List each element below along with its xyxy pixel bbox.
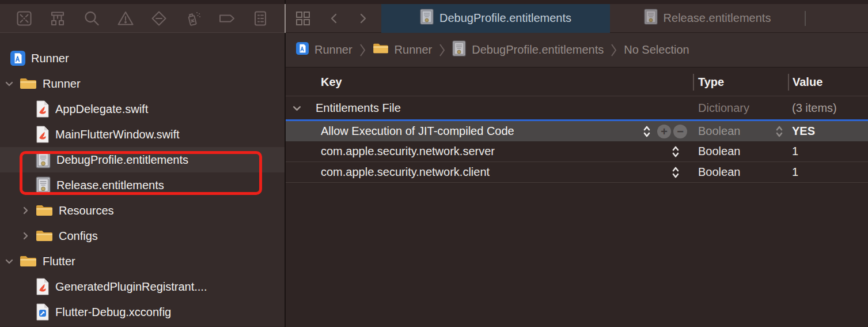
row-value: 1 <box>792 141 798 161</box>
row-value: YES <box>792 121 815 141</box>
breadcrumb-item-group[interactable]: Runner <box>373 42 433 58</box>
sidebar-item-flutter-debug-xcconfig[interactable]: Flutter-Debug.xcconfig <box>0 299 285 325</box>
table-row-jit-compiled-code[interactable]: Allow Execution of JIT-compiled Code + −… <box>286 119 868 141</box>
chevron-right-icon[interactable] <box>21 206 30 215</box>
tab-divider <box>805 11 806 26</box>
chevron-down-icon[interactable] <box>5 79 14 88</box>
table-row-entitlements-file[interactable]: Entitlements File Dictionary (3 items) <box>286 96 868 119</box>
sidebar-item-runner-project[interactable]: Runner <box>0 46 285 71</box>
sidebar-item-debugprofile-entitlements[interactable]: DebugProfile.entitlements <box>0 147 285 172</box>
crop-region-icon[interactable] <box>14 9 34 28</box>
tag-icon[interactable] <box>217 9 237 28</box>
chevron-down-icon[interactable] <box>292 96 302 119</box>
sidebar-item-label: AppDelegate.swift <box>55 103 148 116</box>
breadcrumb-item-file[interactable]: DebugProfile.entitlements <box>452 40 604 59</box>
row-key: com.apple.security.network.server <box>321 141 495 161</box>
column-header-key: Key <box>321 67 342 96</box>
back-chevron-icon[interactable] <box>328 12 340 25</box>
sidebar-item-label: Flutter-Debug.xcconfig <box>55 306 171 319</box>
xcode-project-icon <box>296 42 309 58</box>
sidebar-item-configs[interactable]: Configs <box>0 223 285 249</box>
row-key: com.apple.security.network.client <box>321 162 490 182</box>
column-separator[interactable] <box>693 74 694 91</box>
swift-file-icon <box>36 126 50 143</box>
row-key: Entitlements File <box>316 96 401 119</box>
value-stepper[interactable] <box>775 125 783 141</box>
row-key: Allow Execution of JIT-compiled Code <box>321 121 514 141</box>
folder-icon <box>36 204 53 217</box>
sidebar-item-resources[interactable]: Resources <box>0 198 285 223</box>
table-row-network-client[interactable]: com.apple.security.network.client Boolea… <box>286 162 868 183</box>
column-header-value: Value <box>793 67 822 96</box>
sidebar-item-label: MainFlutterWindow.swift <box>55 128 180 141</box>
xcconfig-file-icon <box>36 303 50 321</box>
spray-can-icon[interactable] <box>183 9 203 28</box>
folder-icon <box>20 77 37 91</box>
key-stepper[interactable] <box>643 125 651 141</box>
sidebar-item-label: Flutter <box>43 255 75 268</box>
entitlements-file-icon <box>644 9 658 28</box>
tab-release-entitlements[interactable]: Release.entitlements <box>610 4 805 33</box>
table-row-network-server[interactable]: com.apple.security.network.server Boolea… <box>286 141 868 162</box>
entitlements-file-icon <box>420 9 434 28</box>
chevron-right-icon[interactable] <box>21 231 30 240</box>
breadcrumb-chevron-icon <box>611 43 617 58</box>
entitlements-file-icon <box>36 176 51 194</box>
breadcrumb-chevron-icon <box>359 43 366 58</box>
hierarchy-icon[interactable] <box>48 9 67 28</box>
sidebar-item-runner-folder[interactable]: Runner <box>0 71 285 96</box>
key-stepper[interactable] <box>672 166 680 182</box>
row-value: (3 items) <box>792 96 837 119</box>
folder-icon <box>36 229 53 243</box>
sidebar-item-label: Runner <box>43 77 81 91</box>
navigator-toolbar <box>0 4 285 33</box>
remove-row-button[interactable]: − <box>673 125 687 138</box>
swift-file-icon <box>36 278 50 295</box>
entitlements-file-icon <box>452 40 466 59</box>
left-pane: Runner Runner AppDelegate.swift <box>0 4 285 327</box>
key-stepper[interactable] <box>672 145 680 161</box>
sidebar-item-release-entitlements[interactable]: Release.entitlements <box>0 172 285 198</box>
breadcrumb-item-no-selection[interactable]: No Selection <box>624 43 689 57</box>
sidebar-item-label: Resources <box>59 204 114 217</box>
row-value: 1 <box>792 162 798 182</box>
chevron-down-icon[interactable] <box>5 257 14 266</box>
report-list-icon[interactable] <box>251 9 270 28</box>
sidebar-item-label: DebugProfile.entitlements <box>56 153 188 167</box>
tab-debugprofile-entitlements[interactable]: DebugProfile.entitlements <box>381 4 610 33</box>
sidebar-item-appdelegate[interactable]: AppDelegate.swift <box>0 96 285 122</box>
sidebar-item-flutter-folder[interactable]: Flutter <box>0 249 285 274</box>
xcode-project-icon <box>10 51 25 66</box>
sidebar-item-generatedpluginregistrant[interactable]: GeneratedPluginRegistrant.... <box>0 274 285 299</box>
project-navigator: Runner Runner AppDelegate.swift <box>0 33 285 326</box>
sidebar-item-label: GeneratedPluginRegistrant.... <box>55 280 207 294</box>
column-separator[interactable] <box>788 74 789 91</box>
plist-editor: Key Type Value Entitlements File Diction… <box>286 67 868 327</box>
test-diamond-icon[interactable] <box>149 9 169 28</box>
breadcrumb-item-project[interactable]: Runner <box>296 42 352 58</box>
add-row-button[interactable]: + <box>657 125 671 138</box>
breadcrumb: Runner Runner DebugProfile.entitlements <box>286 33 868 67</box>
row-type: Boolean <box>698 162 740 182</box>
tab-label: DebugProfile.entitlements <box>439 12 571 25</box>
swift-file-icon <box>36 100 50 118</box>
column-header-type: Type <box>698 67 724 96</box>
related-items-grid-icon[interactable] <box>295 10 311 27</box>
sidebar-item-label: Configs <box>59 230 98 243</box>
entitlements-file-icon <box>36 151 51 168</box>
table-header: Key Type Value <box>286 67 868 96</box>
forward-chevron-icon[interactable] <box>357 12 369 25</box>
xcode-window: Runner Runner AppDelegate.swift <box>0 0 868 327</box>
warning-icon[interactable] <box>116 9 135 28</box>
sidebar-item-label: Release.entitlements <box>56 179 164 192</box>
folder-icon <box>373 42 389 58</box>
row-type: Boolean <box>698 121 740 141</box>
tab-bar: DebugProfile.entitlements Release.entitl… <box>286 4 868 33</box>
tab-label: Release.entitlements <box>664 12 771 25</box>
search-icon[interactable] <box>82 9 101 28</box>
sidebar-item-mainflutterwindow[interactable]: MainFlutterWindow.swift <box>0 122 285 147</box>
row-type: Boolean <box>698 141 740 161</box>
sidebar-item-label: Runner <box>31 52 69 65</box>
row-type: Dictionary <box>698 96 749 119</box>
folder-icon <box>20 254 37 268</box>
